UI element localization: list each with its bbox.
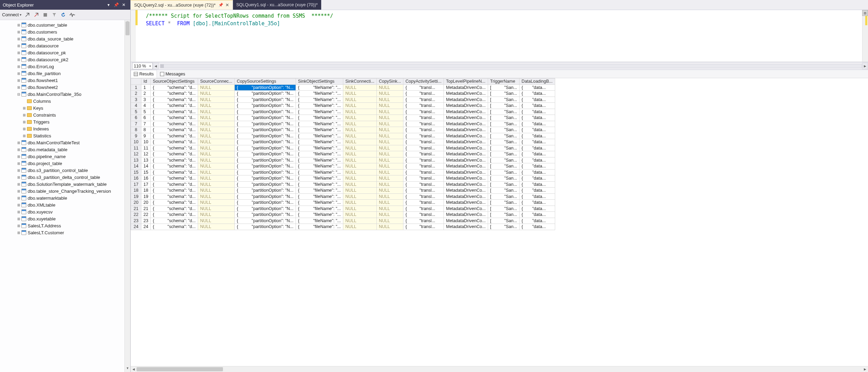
grid-cell[interactable]: NULL <box>343 115 377 121</box>
grid-cell[interactable]: NULL <box>343 200 377 206</box>
grid-cell[interactable]: NULL <box>377 212 403 218</box>
grid-cell[interactable]: {"fileName": "... <box>296 121 343 127</box>
disconnect-icon[interactable] <box>24 12 30 18</box>
grid-cell[interactable]: ["San... <box>488 139 519 145</box>
grid-cell[interactable]: {"partitionOption": "N... <box>235 169 296 175</box>
grid-cell[interactable]: {"partitionOption": "N... <box>235 218 296 224</box>
table-node[interactable]: ⊟dbo.MainControlTable_35o <box>0 91 130 98</box>
column-header[interactable] <box>131 79 141 85</box>
folder-node[interactable]: Columns <box>0 98 130 105</box>
grid-cell[interactable]: NULL <box>198 157 234 163</box>
grid-cell[interactable]: NULL <box>198 188 234 194</box>
table-row[interactable]: 1818{"schema": "d...NULL{"partitionOptio… <box>131 188 555 194</box>
grid-cell[interactable]: NULL <box>198 181 234 188</box>
grid-cell[interactable]: NULL <box>377 121 403 127</box>
grid-cell[interactable]: {"schema": "d... <box>150 139 198 145</box>
table-node[interactable]: ⊞dbo.xuyetable <box>0 215 130 222</box>
grid-cell[interactable]: {"fileName": "... <box>296 145 343 151</box>
grid-cell[interactable]: ["San... <box>488 103 519 109</box>
disconnect-all-icon[interactable] <box>33 12 39 18</box>
table-row[interactable]: 1515{"schema": "d...NULL{"partitionOptio… <box>131 169 555 175</box>
expand-icon[interactable]: ⊞ <box>17 79 21 82</box>
column-header[interactable]: Id <box>141 79 151 85</box>
grid-cell[interactable]: {"transl... <box>403 193 444 200</box>
grid-cell[interactable]: NULL <box>198 212 234 218</box>
grid-cell[interactable]: {"partitionOption": "N... <box>235 212 296 218</box>
grid-cell[interactable]: {"transl... <box>403 84 444 91</box>
grid-cell[interactable]: {"fileName": "... <box>296 200 343 206</box>
column-header[interactable]: SinkObjectSettings <box>296 79 343 85</box>
grid-cell[interactable]: NULL <box>198 97 234 103</box>
grid-cell[interactable]: 16 <box>131 175 141 182</box>
grid-cell[interactable]: MetadataDrivenCo... <box>444 206 488 212</box>
editor-split-icon[interactable]: ▤ <box>862 10 868 16</box>
grid-cell[interactable]: {"schema": "d... <box>150 121 198 127</box>
grid-cell[interactable]: NULL <box>343 151 377 157</box>
grid-cell[interactable]: MetadataDrivenCo... <box>444 193 488 200</box>
table-node[interactable]: ⊞dbo.file_partition <box>0 70 130 77</box>
table-row[interactable]: 99{"schema": "d...NULL{"partitionOption"… <box>131 133 555 139</box>
table-node[interactable]: ⊞dbo.MainControlTableTest <box>0 139 130 146</box>
grid-cell[interactable]: {"schema": "d... <box>150 169 198 175</box>
grid-cell[interactable]: {"fileName": "... <box>296 193 343 200</box>
grid-cell[interactable]: {"schema": "d... <box>150 103 198 109</box>
grid-cell[interactable]: {"transl... <box>403 181 444 188</box>
grid-cell[interactable]: {"data... <box>519 109 555 115</box>
grid-cell[interactable]: {"fileName": "... <box>296 157 343 163</box>
grid-cell[interactable]: 22 <box>131 212 141 218</box>
grid-cell[interactable]: NULL <box>377 181 403 188</box>
grid-cell[interactable]: 14 <box>141 163 151 170</box>
grid-cell[interactable]: ["San... <box>488 206 519 212</box>
editor-vertical-scrollbar[interactable] <box>862 10 868 62</box>
expand-icon[interactable]: ⊞ <box>17 175 21 179</box>
expand-icon[interactable]: ⊞ <box>22 120 26 124</box>
folder-node[interactable]: ⊞Triggers <box>0 118 130 125</box>
grid-cell[interactable]: {"transl... <box>403 175 444 182</box>
expand-icon[interactable]: ⊞ <box>17 217 21 221</box>
grid-cell[interactable]: {"fileName": "... <box>296 151 343 157</box>
grid-cell[interactable]: {"schema": "d... <box>150 206 198 212</box>
grid-cell[interactable]: NULL <box>343 193 377 200</box>
grid-cell[interactable]: {"partitionOption": "N... <box>235 206 296 212</box>
grid-cell[interactable]: NULL <box>377 163 403 170</box>
grid-cell[interactable]: ["San... <box>488 133 519 139</box>
collapse-icon[interactable]: ⊟ <box>17 92 21 96</box>
grid-cell[interactable]: 21 <box>141 206 151 212</box>
grid-cell[interactable]: NULL <box>377 224 403 230</box>
table-row[interactable]: 1717{"schema": "d...NULL{"partitionOptio… <box>131 181 555 188</box>
table-row[interactable]: 2121{"schema": "d...NULL{"partitionOptio… <box>131 206 555 212</box>
grid-cell[interactable]: ["San... <box>488 157 519 163</box>
grid-cell[interactable]: NULL <box>343 145 377 151</box>
grid-cell[interactable]: {"data... <box>519 151 555 157</box>
grid-cell[interactable]: MetadataDrivenCo... <box>444 91 488 97</box>
refresh-icon[interactable] <box>60 12 66 18</box>
grid-cell[interactable]: NULL <box>198 127 234 133</box>
grid-cell[interactable]: {"partitionOption": "N... <box>235 97 296 103</box>
table-node[interactable]: ⊞dbo.flowsheet2 <box>0 84 130 91</box>
folder-node[interactable]: ⊞Statistics <box>0 132 130 139</box>
grid-cell[interactable]: {"partitionOption": "N... <box>235 91 296 97</box>
grid-cell[interactable]: {"partitionOption": "N... <box>235 103 296 109</box>
grid-cell[interactable]: 23 <box>131 218 141 224</box>
grid-cell[interactable]: 4 <box>141 103 151 109</box>
table-node[interactable]: ⊞dbo.customers <box>0 28 130 35</box>
grid-cell[interactable]: {"schema": "d... <box>150 84 198 91</box>
grid-cell[interactable]: NULL <box>343 218 377 224</box>
table-row[interactable]: 77{"schema": "d...NULL{"partitionOption"… <box>131 121 555 127</box>
grid-cell[interactable]: 14 <box>131 163 141 170</box>
grid-cell[interactable]: {"transl... <box>403 139 444 145</box>
grid-cell[interactable]: {"fileName": "... <box>296 109 343 115</box>
grid-cell[interactable]: 17 <box>141 181 151 188</box>
scroll-down-arrow-icon[interactable]: ▼ <box>125 366 130 372</box>
grid-cell[interactable]: {"schema": "d... <box>150 212 198 218</box>
expand-icon[interactable]: ⊞ <box>22 113 26 117</box>
table-row[interactable]: 1111{"schema": "d...NULL{"partitionOptio… <box>131 145 555 151</box>
grid-cell[interactable]: ["San... <box>488 181 519 188</box>
tab-pin-icon[interactable]: 📌 <box>218 3 223 7</box>
grid-cell[interactable]: {"schema": "d... <box>150 163 198 170</box>
table-row[interactable]: 1919{"schema": "d...NULL{"partitionOptio… <box>131 193 555 200</box>
grid-cell[interactable]: {"schema": "d... <box>150 193 198 200</box>
grid-cell[interactable]: NULL <box>343 206 377 212</box>
grid-cell[interactable]: 5 <box>131 109 141 115</box>
grid-cell[interactable]: NULL <box>377 133 403 139</box>
